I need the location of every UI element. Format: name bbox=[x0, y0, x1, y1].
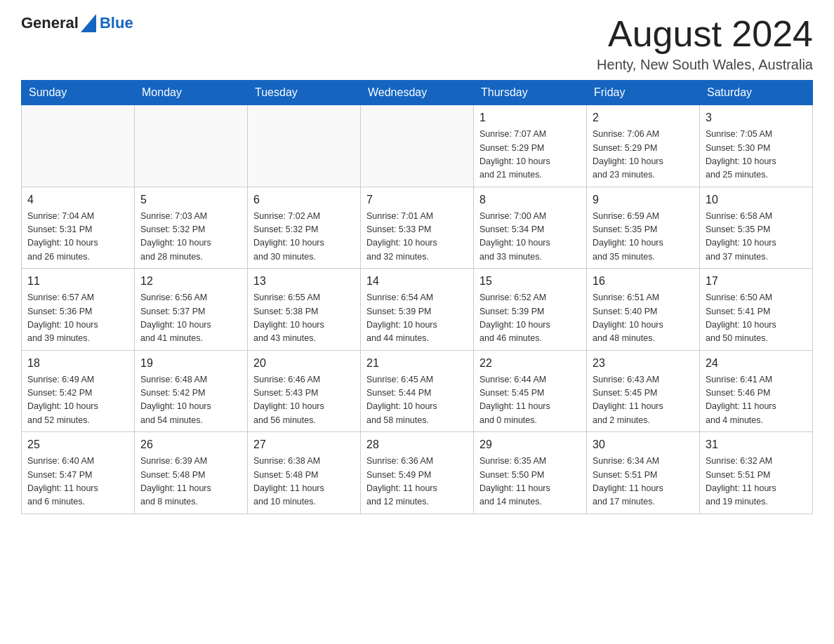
day-number: 3 bbox=[706, 109, 807, 126]
day-info: Sunrise: 6:48 AMSunset: 5:42 PMDaylight:… bbox=[140, 373, 241, 428]
day-info: Sunrise: 7:04 AMSunset: 5:31 PMDaylight:… bbox=[27, 210, 128, 264]
weekday-header-friday: Friday bbox=[587, 81, 700, 105]
day-info: Sunrise: 7:01 AMSunset: 5:33 PMDaylight:… bbox=[366, 210, 468, 264]
calendar-cell: 28Sunrise: 6:36 AMSunset: 5:49 PMDayligh… bbox=[361, 432, 474, 514]
day-number: 2 bbox=[593, 109, 694, 126]
day-number: 4 bbox=[27, 192, 128, 208]
day-info: Sunrise: 6:34 AMSunset: 5:51 PMDaylight:… bbox=[593, 455, 694, 509]
day-number: 20 bbox=[253, 355, 355, 372]
day-info: Sunrise: 6:36 AMSunset: 5:49 PMDaylight:… bbox=[366, 455, 468, 509]
calendar-cell: 22Sunrise: 6:44 AMSunset: 5:45 PMDayligh… bbox=[474, 350, 587, 432]
calendar-cell: 4Sunrise: 7:04 AMSunset: 5:31 PMDaylight… bbox=[22, 187, 135, 269]
day-number: 12 bbox=[140, 273, 241, 290]
page-header: General Blue August 2024 Henty, New Sout… bbox=[21, 14, 813, 73]
calendar-cell: 18Sunrise: 6:49 AMSunset: 5:42 PMDayligh… bbox=[22, 350, 135, 432]
day-info: Sunrise: 6:45 AMSunset: 5:44 PMDaylight:… bbox=[366, 373, 468, 428]
title-block: August 2024 Henty, New South Wales, Aust… bbox=[597, 14, 813, 73]
day-info: Sunrise: 6:58 AMSunset: 5:35 PMDaylight:… bbox=[706, 210, 807, 264]
day-number: 23 bbox=[593, 355, 694, 372]
day-number: 9 bbox=[593, 192, 694, 208]
day-number: 29 bbox=[479, 436, 581, 453]
day-number: 30 bbox=[593, 436, 694, 453]
day-number: 8 bbox=[479, 192, 581, 208]
day-info: Sunrise: 6:59 AMSunset: 5:35 PMDaylight:… bbox=[593, 210, 694, 264]
weekday-header-thursday: Thursday bbox=[474, 81, 587, 105]
day-number: 11 bbox=[27, 273, 128, 290]
day-number: 24 bbox=[706, 355, 807, 372]
day-info: Sunrise: 7:06 AMSunset: 5:29 PMDaylight:… bbox=[593, 128, 694, 182]
day-info: Sunrise: 6:56 AMSunset: 5:37 PMDaylight:… bbox=[140, 291, 241, 346]
day-number: 19 bbox=[140, 355, 241, 372]
day-number: 15 bbox=[479, 273, 581, 290]
day-number: 26 bbox=[140, 436, 241, 453]
calendar-week-row: 1Sunrise: 7:07 AMSunset: 5:29 PMDaylight… bbox=[22, 105, 813, 187]
calendar-cell: 19Sunrise: 6:48 AMSunset: 5:42 PMDayligh… bbox=[135, 350, 248, 432]
weekday-header-monday: Monday bbox=[135, 81, 248, 105]
calendar-week-row: 4Sunrise: 7:04 AMSunset: 5:31 PMDaylight… bbox=[22, 187, 813, 269]
calendar-cell bbox=[22, 105, 135, 187]
weekday-header-wednesday: Wednesday bbox=[361, 81, 474, 105]
day-number: 28 bbox=[366, 436, 468, 453]
calendar-cell: 14Sunrise: 6:54 AMSunset: 5:39 PMDayligh… bbox=[361, 269, 474, 351]
calendar-week-row: 11Sunrise: 6:57 AMSunset: 5:36 PMDayligh… bbox=[22, 269, 813, 351]
calendar-table: SundayMondayTuesdayWednesdayThursdayFrid… bbox=[21, 80, 813, 514]
calendar-cell: 27Sunrise: 6:38 AMSunset: 5:48 PMDayligh… bbox=[248, 432, 361, 514]
calendar-cell: 30Sunrise: 6:34 AMSunset: 5:51 PMDayligh… bbox=[587, 432, 700, 514]
day-number: 27 bbox=[253, 436, 355, 453]
day-info: Sunrise: 6:44 AMSunset: 5:45 PMDaylight:… bbox=[479, 373, 581, 428]
calendar-cell: 15Sunrise: 6:52 AMSunset: 5:39 PMDayligh… bbox=[474, 269, 587, 351]
location-title: Henty, New South Wales, Australia bbox=[597, 57, 813, 73]
logo-triangle-icon bbox=[81, 14, 96, 32]
logo: General Blue bbox=[21, 14, 133, 32]
weekday-header-sunday: Sunday bbox=[22, 81, 135, 105]
day-number: 7 bbox=[366, 192, 468, 208]
day-number: 21 bbox=[366, 355, 468, 372]
calendar-cell: 11Sunrise: 6:57 AMSunset: 5:36 PMDayligh… bbox=[22, 269, 135, 351]
calendar-cell: 21Sunrise: 6:45 AMSunset: 5:44 PMDayligh… bbox=[361, 350, 474, 432]
day-info: Sunrise: 6:41 AMSunset: 5:46 PMDaylight:… bbox=[706, 373, 807, 428]
calendar-cell bbox=[361, 105, 474, 187]
day-info: Sunrise: 6:39 AMSunset: 5:48 PMDaylight:… bbox=[140, 455, 241, 509]
day-info: Sunrise: 6:50 AMSunset: 5:41 PMDaylight:… bbox=[706, 291, 807, 346]
day-info: Sunrise: 6:52 AMSunset: 5:39 PMDaylight:… bbox=[479, 291, 581, 346]
calendar-cell: 13Sunrise: 6:55 AMSunset: 5:38 PMDayligh… bbox=[248, 269, 361, 351]
calendar-cell: 6Sunrise: 7:02 AMSunset: 5:32 PMDaylight… bbox=[248, 187, 361, 269]
calendar-cell: 24Sunrise: 6:41 AMSunset: 5:46 PMDayligh… bbox=[700, 350, 813, 432]
calendar-cell: 10Sunrise: 6:58 AMSunset: 5:35 PMDayligh… bbox=[700, 187, 813, 269]
day-number: 16 bbox=[593, 273, 694, 290]
day-number: 22 bbox=[479, 355, 581, 372]
day-info: Sunrise: 6:49 AMSunset: 5:42 PMDaylight:… bbox=[27, 373, 128, 428]
calendar-cell: 5Sunrise: 7:03 AMSunset: 5:32 PMDaylight… bbox=[135, 187, 248, 269]
weekday-header-row: SundayMondayTuesdayWednesdayThursdayFrid… bbox=[22, 81, 813, 105]
calendar-cell: 3Sunrise: 7:05 AMSunset: 5:30 PMDaylight… bbox=[700, 105, 813, 187]
day-number: 13 bbox=[253, 273, 355, 290]
day-info: Sunrise: 6:35 AMSunset: 5:50 PMDaylight:… bbox=[479, 455, 581, 509]
day-info: Sunrise: 6:54 AMSunset: 5:39 PMDaylight:… bbox=[366, 291, 468, 346]
day-info: Sunrise: 6:40 AMSunset: 5:47 PMDaylight:… bbox=[27, 455, 128, 509]
day-number: 1 bbox=[479, 109, 581, 126]
day-info: Sunrise: 7:00 AMSunset: 5:34 PMDaylight:… bbox=[479, 210, 581, 264]
calendar-cell bbox=[135, 105, 248, 187]
day-number: 6 bbox=[253, 192, 355, 208]
month-title: August 2024 bbox=[597, 14, 813, 54]
day-number: 17 bbox=[706, 273, 807, 290]
day-number: 10 bbox=[706, 192, 807, 208]
day-info: Sunrise: 6:38 AMSunset: 5:48 PMDaylight:… bbox=[253, 455, 355, 509]
day-number: 31 bbox=[706, 436, 807, 453]
calendar-cell: 1Sunrise: 7:07 AMSunset: 5:29 PMDaylight… bbox=[474, 105, 587, 187]
day-info: Sunrise: 6:51 AMSunset: 5:40 PMDaylight:… bbox=[593, 291, 694, 346]
calendar-cell: 31Sunrise: 6:32 AMSunset: 5:51 PMDayligh… bbox=[700, 432, 813, 514]
calendar-cell: 20Sunrise: 6:46 AMSunset: 5:43 PMDayligh… bbox=[248, 350, 361, 432]
calendar-cell: 23Sunrise: 6:43 AMSunset: 5:45 PMDayligh… bbox=[587, 350, 700, 432]
calendar-cell: 25Sunrise: 6:40 AMSunset: 5:47 PMDayligh… bbox=[22, 432, 135, 514]
weekday-header-tuesday: Tuesday bbox=[248, 81, 361, 105]
calendar-cell: 8Sunrise: 7:00 AMSunset: 5:34 PMDaylight… bbox=[474, 187, 587, 269]
calendar-cell: 7Sunrise: 7:01 AMSunset: 5:33 PMDaylight… bbox=[361, 187, 474, 269]
calendar-cell: 29Sunrise: 6:35 AMSunset: 5:50 PMDayligh… bbox=[474, 432, 587, 514]
calendar-cell: 12Sunrise: 6:56 AMSunset: 5:37 PMDayligh… bbox=[135, 269, 248, 351]
day-number: 18 bbox=[27, 355, 128, 372]
weekday-header-saturday: Saturday bbox=[700, 81, 813, 105]
calendar-cell: 2Sunrise: 7:06 AMSunset: 5:29 PMDaylight… bbox=[587, 105, 700, 187]
calendar-week-row: 18Sunrise: 6:49 AMSunset: 5:42 PMDayligh… bbox=[22, 350, 813, 432]
day-info: Sunrise: 6:55 AMSunset: 5:38 PMDaylight:… bbox=[253, 291, 355, 346]
